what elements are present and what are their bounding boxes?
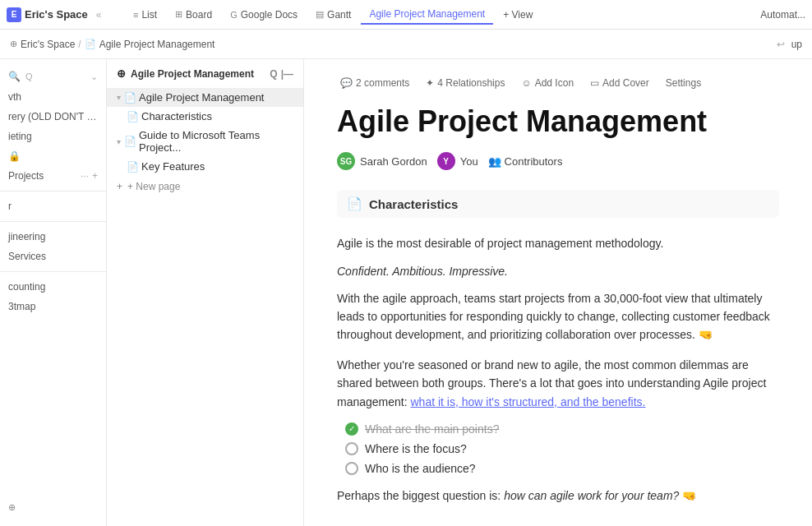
checklist: ✓ What are the main points? Where is the… <box>345 422 779 475</box>
projects-actions: ··· + <box>81 170 98 182</box>
tab-google-docs[interactable]: G Google Docs <box>222 6 306 24</box>
board-icon: ⊞ <box>175 9 182 20</box>
doc-action-relationships[interactable]: ✦ 4 Relationships <box>422 76 508 90</box>
sidebar-divider-2 <box>0 221 106 222</box>
inner-sidebar-space-icon: ⊕ <box>117 67 126 80</box>
sidebar-item-agile-management[interactable]: ▾ 📄 Agile Project Management <box>107 88 303 107</box>
main-content: 💬 2 comments ✦ 4 Relationships ☺ Add Ico… <box>304 59 812 526</box>
comment-icon: 💬 <box>340 77 353 89</box>
paragraph-4: Whether you're seasoned or brand new to … <box>337 356 779 411</box>
sidebar-item-characteristics[interactable]: 📄 Characteristics <box>107 107 303 126</box>
author-you[interactable]: Y You <box>437 152 478 170</box>
sidebar-item-3tmap[interactable]: 3tmap <box>0 297 106 316</box>
main-layout: 🔍 Q ⌄ vth rery (OLD DON'T US... ieting 🔒… <box>0 59 812 526</box>
checkbox-2[interactable] <box>345 442 358 455</box>
sidebar-bottom-icon[interactable]: ⊕ <box>0 496 106 519</box>
sidebar-item-key-features[interactable]: 📄 Key Features <box>107 157 303 176</box>
breadcrumb-page-icon: 📄 <box>85 39 96 49</box>
sidebar-item-projects[interactable]: Projects ··· + <box>0 166 106 186</box>
paragraph-3: With the agile approach, teams start pro… <box>337 289 779 344</box>
tab-add-view[interactable]: + View <box>495 6 541 24</box>
sidebar-item-services[interactable]: Services <box>0 247 106 266</box>
nav-tabs: ≡ List ⊞ Board G Google Docs ▤ Gantt Agi… <box>125 5 757 25</box>
collapse-button[interactable]: « <box>93 7 105 22</box>
search-icon: 🔍 <box>8 71 21 82</box>
sidebar-item-r[interactable]: r <box>0 196 106 216</box>
arrow-icon: ▾ <box>117 93 121 102</box>
emoji-icon: ☺ <box>521 77 531 89</box>
checklist-item-1[interactable]: ✓ What are the main points? <box>345 422 779 436</box>
nav-right: Automat... <box>760 9 805 21</box>
sidebar-divider-1 <box>0 191 106 191</box>
tab-list[interactable]: ≡ List <box>125 6 165 24</box>
section-block-characteristics: 📄 Characteristics <box>337 190 779 218</box>
sidebar-add-page[interactable]: + + New page <box>107 176 303 197</box>
add-icon: + <box>117 181 122 192</box>
avatar-you: Y <box>437 152 455 170</box>
checkbox-1[interactable]: ✓ <box>345 422 358 436</box>
space-icon: E <box>7 7 21 22</box>
avatar-sarah: SG <box>337 152 355 170</box>
breadcrumb-space-icon: ⊕ <box>10 39 17 49</box>
breadcrumb-sep: / <box>78 39 81 50</box>
sidebar-item-rery[interactable]: rery (OLD DON'T US... <box>0 107 106 127</box>
doc-title: Agile Project Management <box>337 104 779 139</box>
tab-agile[interactable]: Agile Project Management <box>361 5 493 25</box>
tab-board[interactable]: ⊞ Board <box>167 6 220 24</box>
gantt-icon: ▤ <box>316 9 324 20</box>
gdocs-icon: G <box>230 10 238 20</box>
page-icon-guide: 📄 <box>124 136 136 147</box>
link-agile-details[interactable]: what it is, how it's structured, and the… <box>411 395 646 408</box>
sidebar-divider-3 <box>0 271 106 272</box>
author-sarah[interactable]: SG Sarah Gordon <box>337 152 427 170</box>
section-block-icon: 📄 <box>347 196 362 211</box>
cover-icon: ▭ <box>590 77 599 89</box>
doc-action-add-icon[interactable]: ☺ Add Icon <box>518 76 577 90</box>
tab-gantt[interactable]: ▤ Gantt <box>307 6 359 24</box>
inner-sidebar: ⊕ Agile Project Management Q |— ▾ 📄 Agil… <box>107 59 304 526</box>
nav-left: E Eric's Space « <box>7 7 122 22</box>
doc-authors: SG Sarah Gordon Y You 👥 Contributors <box>337 152 779 170</box>
arrow-icon-guide: ▾ <box>117 137 121 146</box>
page-icon: 📄 <box>124 92 136 104</box>
inner-sidebar-filter-icon[interactable]: |— <box>281 68 293 80</box>
breadcrumb-action-up[interactable]: up <box>791 39 802 50</box>
space-name[interactable]: E Eric's Space <box>7 7 88 22</box>
projects-more-icon[interactable]: ··· <box>81 170 89 182</box>
sidebar-item-counting[interactable]: counting <box>0 277 106 297</box>
breadcrumb: ⊕ Eric's Space / 📄 Agile Project Managem… <box>0 30 812 59</box>
top-navigation: E Eric's Space « ≡ List ⊞ Board G Google… <box>0 0 812 30</box>
inner-sidebar-actions: Q |— <box>270 68 293 80</box>
checklist-item-2[interactable]: Where is the focus? <box>345 442 779 455</box>
checkbox-3[interactable] <box>345 462 358 475</box>
outer-sidebar: 🔍 Q ⌄ vth rery (OLD DON'T US... ieting 🔒… <box>0 59 107 526</box>
sidebar-item-lock[interactable]: 🔒 <box>0 146 106 166</box>
sidebar-item-guide[interactable]: ▾ 📄 Guide to Microsoft Teams Project... <box>107 126 303 157</box>
paragraph-2-italic: Confident. Ambitious. Impressive. <box>337 265 779 278</box>
projects-add-icon[interactable]: + <box>92 170 98 182</box>
inner-sidebar-title: Agile Project Management <box>131 68 254 80</box>
doc-action-comments[interactable]: 💬 2 comments <box>337 76 413 90</box>
last-paragraph: Perhaps the biggest question is: how can… <box>337 487 779 505</box>
doc-action-add-cover[interactable]: ▭ Add Cover <box>587 76 653 90</box>
page-icon-key: 📄 <box>127 161 138 173</box>
doc-action-settings[interactable]: Settings <box>662 76 704 90</box>
doc-actions-row: 💬 2 comments ✦ 4 Relationships ☺ Add Ico… <box>337 76 779 90</box>
paragraph-1: Agile is the most desirable of project m… <box>337 234 779 252</box>
list-icon: ≡ <box>133 10 138 20</box>
sidebar-item-vth[interactable]: vth <box>0 87 106 107</box>
inner-sidebar-header: ⊕ Agile Project Management Q |— <box>107 59 303 88</box>
contributors[interactable]: 👥 Contributors <box>488 155 563 168</box>
relationship-icon: ✦ <box>426 77 434 89</box>
sidebar-search[interactable]: 🔍 Q ⌄ <box>0 66 106 87</box>
contributors-icon: 👥 <box>488 155 501 168</box>
inner-sidebar-search-icon[interactable]: Q <box>270 68 277 80</box>
checklist-item-3[interactable]: Who is the audience? <box>345 462 779 475</box>
page-icon-char: 📄 <box>127 111 138 122</box>
sidebar-item-ieting[interactable]: ieting <box>0 127 106 146</box>
breadcrumb-action-undo[interactable]: ↩ <box>777 39 785 50</box>
sidebar-item-engineering[interactable]: jineering <box>0 227 106 247</box>
